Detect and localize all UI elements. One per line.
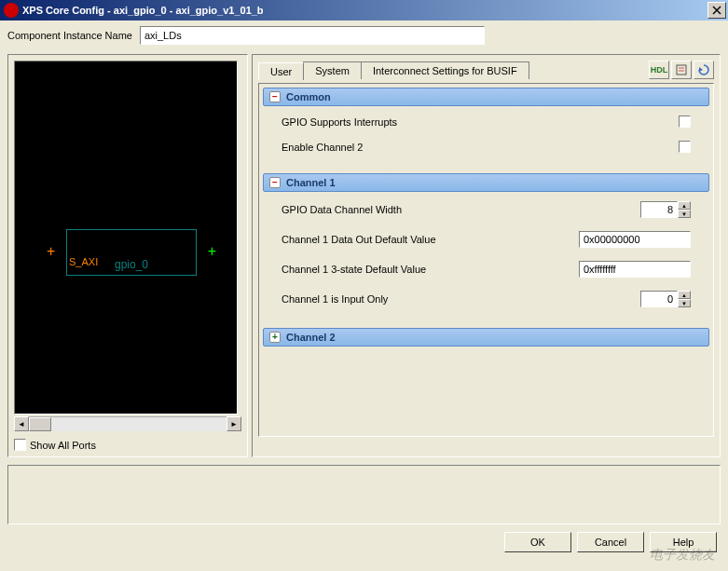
- input-only-down-button[interactable]: ▼: [678, 299, 691, 307]
- enable-ch2-label: Enable Channel 2: [282, 142, 679, 153]
- width-down-button[interactable]: ▼: [678, 210, 691, 218]
- width-up-button[interactable]: ▲: [678, 201, 691, 210]
- instance-name-input[interactable]: [140, 26, 485, 45]
- tab-system[interactable]: System: [303, 61, 362, 79]
- dialog-buttons: OK Cancel Help: [0, 528, 728, 556]
- instance-label: Component Instance Name: [7, 30, 132, 41]
- diagram-panel: + + S_AXI gpio_0 ◄ ► Show All Ports: [7, 54, 248, 457]
- close-button[interactable]: [707, 2, 726, 19]
- svg-marker-5: [699, 67, 703, 72]
- app-icon: [4, 3, 19, 18]
- tab-content: − Common GPIO Supports Interrupts Enable…: [258, 83, 714, 437]
- ok-button[interactable]: OK: [504, 532, 571, 552]
- input-only-up-button[interactable]: ▲: [678, 291, 691, 299]
- interrupts-label: GPIO Supports Interrupts: [282, 116, 679, 128]
- tristate-input[interactable]: [579, 261, 691, 278]
- restore-button[interactable]: [694, 61, 714, 79]
- tristate-label: Channel 1 3-state Default Value: [282, 264, 579, 275]
- expand-icon: +: [269, 332, 281, 343]
- scroll-right-button[interactable]: ►: [227, 416, 241, 431]
- show-all-ports-label: Show All Ports: [30, 440, 96, 451]
- window-title: XPS Core Config - axi_gpio_0 - axi_gpio_…: [22, 5, 264, 16]
- section-common-body: GPIO Supports Interrupts Enable Channel …: [263, 108, 709, 173]
- instance-row: Component Instance Name: [0, 20, 728, 50]
- dout-input[interactable]: [579, 231, 691, 248]
- port-right-icon: +: [208, 243, 216, 260]
- message-panel: [7, 465, 721, 524]
- datasheet-button[interactable]: [671, 61, 692, 79]
- cancel-button[interactable]: Cancel: [577, 532, 644, 552]
- input-only-label: Channel 1 is Input Only: [282, 293, 640, 305]
- svg-rect-2: [677, 65, 686, 75]
- collapse-icon: −: [269, 177, 281, 188]
- section-channel1-title: Channel 1: [286, 177, 336, 188]
- section-channel1-body: GPIO Data Channel Width ▲ ▼ Channel 1 Da…: [263, 194, 709, 328]
- section-channel2-title: Channel 2: [286, 332, 336, 343]
- diagram-hscrollbar[interactable]: ◄ ►: [14, 416, 241, 431]
- section-common-title: Common: [286, 91, 331, 102]
- input-only-input[interactable]: [640, 291, 678, 307]
- port-left-label: S_AXI: [69, 256, 98, 267]
- config-panel: User System Interconnect Settings for BU…: [252, 54, 721, 457]
- hdl-button[interactable]: HDL: [649, 61, 669, 79]
- help-button[interactable]: Help: [650, 532, 717, 552]
- section-common-header[interactable]: − Common: [263, 88, 709, 106]
- collapse-icon: −: [269, 91, 281, 102]
- interrupts-checkbox[interactable]: [679, 116, 691, 128]
- diagram-canvas[interactable]: + + S_AXI gpio_0: [14, 61, 238, 415]
- width-label: GPIO Data Channel Width: [282, 204, 640, 215]
- dout-label: Channel 1 Data Out Default Value: [282, 234, 579, 245]
- tab-interconnect[interactable]: Interconnect Settings for BUSIF: [361, 61, 529, 79]
- scroll-left-button[interactable]: ◄: [14, 416, 29, 431]
- component-label: gpio_0: [115, 258, 148, 271]
- width-input[interactable]: [640, 201, 678, 218]
- tab-user[interactable]: User: [258, 62, 304, 80]
- section-channel2-header[interactable]: + Channel 2: [263, 328, 709, 347]
- enable-ch2-checkbox[interactable]: [679, 141, 691, 153]
- show-all-ports-checkbox[interactable]: [14, 439, 26, 451]
- component-block: + + S_AXI gpio_0: [66, 229, 197, 276]
- scroll-thumb[interactable]: [29, 417, 51, 431]
- section-channel1-header[interactable]: − Channel 1: [263, 173, 709, 192]
- titlebar: XPS Core Config - axi_gpio_0 - axi_gpio_…: [0, 0, 728, 20]
- port-left-icon: +: [47, 243, 55, 260]
